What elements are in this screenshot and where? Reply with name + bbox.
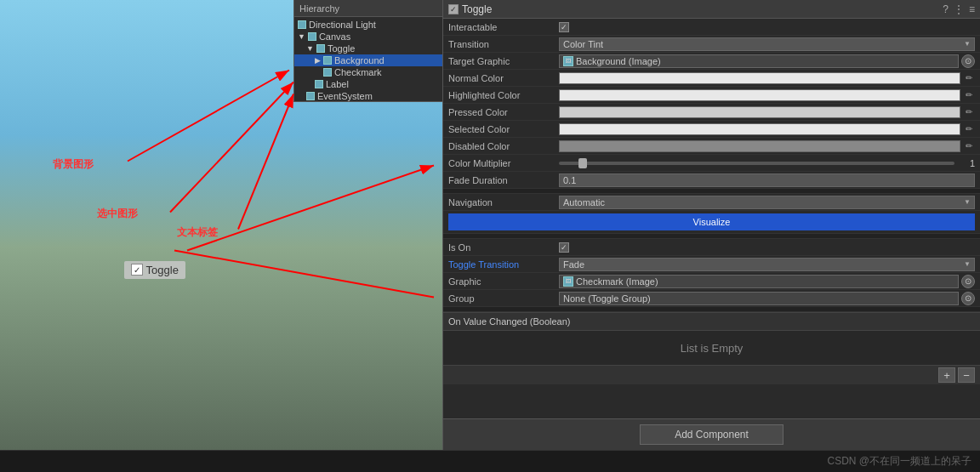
navigation-text: Automatic	[563, 197, 605, 208]
prop-group: Group None (Toggle Group) ⊙	[443, 290, 980, 307]
add-component-button[interactable]: Add Component	[640, 424, 783, 445]
list-remove-button[interactable]: −	[958, 367, 975, 383]
group-pick-btn[interactable]: ⊙	[961, 292, 975, 305]
scene-panel: Hierarchy Directional Light ▼ Canvas ▼	[0, 0, 442, 450]
event-header-label: On Value Changed (Boolean)	[448, 316, 571, 327]
arrow-icon: ▼	[306, 44, 314, 53]
pressed-color-label: Pressed Color	[448, 107, 559, 117]
highlighted-color-label: Highlighted Color	[448, 90, 559, 100]
list-add-button[interactable]: +	[938, 367, 955, 383]
fade-duration-text: 0.1	[563, 175, 576, 185]
cube-icon	[308, 32, 316, 41]
fade-duration-field[interactable]: 0.1	[559, 173, 975, 187]
prop-fade-duration: Fade Duration 0.1	[443, 172, 980, 189]
arrow-icon: ▶	[315, 56, 321, 65]
transition-dropdown[interactable]: Color Tint ▼	[559, 37, 975, 51]
normal-color-value: ✏	[559, 72, 975, 84]
graphic-text: Checkmark (Image)	[576, 276, 658, 287]
highlighted-color-swatch[interactable]	[559, 89, 960, 101]
visualize-button[interactable]: Visualize	[448, 213, 975, 230]
is-on-checkbox[interactable]: ✓	[559, 242, 569, 253]
disabled-color-swatch[interactable]	[559, 140, 960, 152]
svg-line-4	[174, 251, 434, 298]
group-field[interactable]: None (Toggle Group)	[559, 292, 959, 305]
visualize-row: Visualize	[443, 211, 980, 234]
toggle-transition-label: Toggle Transition	[448, 259, 559, 270]
group-value: None (Toggle Group) ⊙	[559, 292, 975, 305]
prop-disabled-color: Disabled Color ✏	[443, 138, 980, 155]
interactable-checkbox[interactable]: ✓	[559, 22, 569, 32]
inspector-title: Toggle	[462, 3, 492, 15]
graphic-field[interactable]: 🖼 Checkmark (Image)	[559, 275, 959, 288]
hierarchy-item-label: Background	[334, 55, 385, 65]
hierarchy-item-directional-light[interactable]: Directional Light	[294, 19, 442, 31]
navigation-value: Automatic ▼	[559, 196, 975, 209]
target-graphic-pick-btn[interactable]: ⊙	[961, 54, 975, 68]
arrow-icon: ▼	[298, 32, 305, 41]
hierarchy-item-eventsystem[interactable]: EventSystem	[294, 90, 442, 102]
prop-interactable: Interactable ✓	[443, 19, 980, 36]
pressed-color-pick-icon[interactable]: ✏	[963, 106, 975, 118]
toggle-transition-arrow: ▼	[964, 260, 971, 268]
normal-color-swatch[interactable]	[559, 72, 960, 84]
graphic-label: Graphic	[448, 276, 559, 287]
hierarchy-item-label: Checkmark	[334, 67, 382, 77]
hierarchy-header: Hierarchy	[294, 0, 442, 17]
is-on-label: Is On	[448, 242, 559, 253]
normal-color-pick-icon[interactable]: ✏	[963, 72, 975, 84]
prop-toggle-transition: Toggle Transition Fade ▼	[443, 256, 980, 273]
highlighted-color-pick-icon[interactable]: ✏	[963, 89, 975, 101]
selected-color-swatch[interactable]	[559, 123, 960, 135]
menu-icon[interactable]: ≡	[969, 3, 975, 15]
toggle-label: Toggle	[146, 264, 179, 276]
navigation-dropdown[interactable]: Automatic ▼	[559, 196, 975, 209]
highlighted-color-value: ✏	[559, 89, 975, 101]
selected-color-pick-icon[interactable]: ✏	[963, 123, 975, 135]
prop-highlighted-color: Highlighted Color ✏	[443, 87, 980, 104]
settings-icon[interactable]: ⋮	[954, 3, 964, 15]
color-multiplier-label: Color Multiplier	[448, 158, 559, 168]
hierarchy-item-label: EventSystem	[317, 91, 373, 101]
disabled-color-label: Disabled Color	[448, 141, 559, 151]
watermark: CSDN @不在同一频道上的呆子	[0, 450, 980, 472]
graphic-pick-btn[interactable]: ⊙	[961, 275, 975, 288]
color-multiplier-track[interactable]	[559, 162, 954, 165]
disabled-color-value: ✏	[559, 140, 975, 152]
target-graphic-field[interactable]: 🖼 Background (Image)	[559, 54, 959, 68]
hierarchy-item-background[interactable]: ▶ Background	[294, 54, 442, 66]
cube-icon	[298, 20, 306, 29]
hierarchy-item-checkmark[interactable]: Checkmark	[294, 66, 442, 78]
list-empty-label: List is Empty	[681, 342, 744, 355]
toggle-transition-value: Fade ▼	[559, 258, 975, 271]
annotation-background: 背景图形	[53, 157, 94, 172]
inspector-header-icons: ? ⋮ ≡	[943, 3, 975, 15]
hierarchy-item-label[interactable]: Label	[294, 78, 442, 90]
cube-icon	[323, 68, 332, 77]
event-header: On Value Changed (Boolean)	[443, 312, 980, 331]
add-component-row: Add Component	[443, 418, 980, 450]
hierarchy-item-toggle[interactable]: ▼ Toggle	[294, 43, 442, 54]
toggle-transition-dropdown[interactable]: Fade ▼	[559, 258, 975, 271]
navigation-dropdown-arrow: ▼	[964, 198, 971, 206]
group-text: None (Toggle Group)	[563, 293, 651, 304]
prop-pressed-color: Pressed Color ✏	[443, 104, 980, 121]
normal-color-label: Normal Color	[448, 73, 559, 83]
annotation-checkmark: 选中图形	[97, 207, 138, 221]
hierarchy-item-canvas[interactable]: ▼ Canvas	[294, 31, 442, 43]
help-icon[interactable]: ?	[943, 3, 949, 15]
pressed-color-swatch[interactable]	[559, 106, 960, 118]
target-graphic-text: Background (Image)	[576, 56, 661, 66]
svg-line-1	[170, 82, 293, 213]
prop-interactable-label: Interactable	[448, 22, 559, 32]
dropdown-arrow-icon: ▼	[964, 40, 971, 48]
disabled-color-pick-icon[interactable]: ✏	[963, 140, 975, 152]
transition-value: Color Tint	[563, 39, 603, 49]
toggle-transition-text: Fade	[563, 259, 584, 270]
inspector-active-checkbox[interactable]: ✓	[448, 4, 459, 14]
toggle-checkbox[interactable]: ✓	[131, 264, 143, 276]
prop-navigation: Navigation Automatic ▼	[443, 194, 980, 211]
cube-icon	[316, 44, 325, 53]
hierarchy-item-label: Directional Light	[309, 20, 376, 30]
prop-selected-color: Selected Color ✏	[443, 121, 980, 138]
cube-icon	[315, 80, 323, 88]
